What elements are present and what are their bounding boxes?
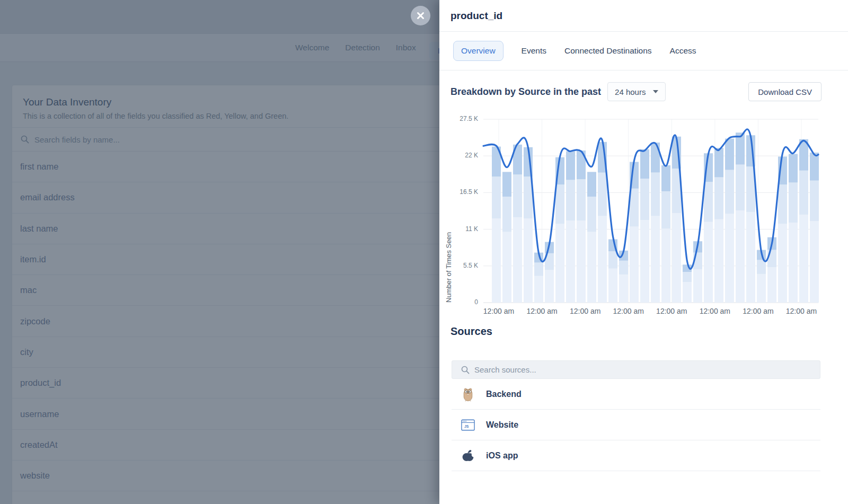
source-label: Website <box>486 420 518 430</box>
x-tick-label: 12:00 am <box>694 307 736 315</box>
x-tick-label: 12:00 am <box>607 307 650 315</box>
sources-list: Backend JS Website <box>452 379 820 471</box>
sources-search-input[interactable] <box>474 365 633 374</box>
tab-overview[interactable]: Overview <box>453 41 504 61</box>
breakdown-chart: Number of Times Seen 05.5 K11 K16.5 K22 … <box>439 110 848 322</box>
source-label: iOS app <box>486 451 518 461</box>
breakdown-title: Breakdown by Source in the past <box>450 86 601 98</box>
panel-header: product_id <box>439 0 848 32</box>
y-tick-label: 5.5 K <box>463 262 478 269</box>
sources-heading: Sources <box>450 325 492 338</box>
x-tick-label: 12:00 am <box>737 307 779 315</box>
tab-access[interactable]: Access <box>670 46 696 56</box>
breakdown-header: Breakdown by Source in the past 24 hours… <box>450 81 822 103</box>
svg-text:JS: JS <box>464 425 469 428</box>
y-tick-label: 0 <box>474 298 478 306</box>
panel-tabs: Overview Events Connected Destinations A… <box>439 32 848 70</box>
source-row-ios-app[interactable]: iOS app <box>452 440 820 471</box>
chevron-down-icon <box>653 90 658 93</box>
x-tick-label: 12:00 am <box>650 307 693 315</box>
x-tick-label: 12:00 am <box>780 307 823 315</box>
panel-title: product_id <box>450 10 502 22</box>
apple-icon <box>461 448 475 464</box>
x-tick-label: 12:00 am <box>478 307 520 315</box>
close-icon <box>417 12 425 20</box>
y-tick-label: 22 K <box>465 152 478 159</box>
close-panel-button[interactable] <box>411 6 430 25</box>
field-detail-panel: product_id Overview Events Connected Des… <box>439 0 848 504</box>
time-range-select[interactable]: 24 hours <box>607 82 666 101</box>
x-axis-ticks: 12:00 am12:00 am12:00 am12:00 am12:00 am… <box>439 307 848 317</box>
tab-connected-destinations[interactable]: Connected Destinations <box>564 46 652 56</box>
y-tick-label: 16.5 K <box>460 188 478 196</box>
tab-events[interactable]: Events <box>522 46 546 56</box>
chart-plot-area <box>483 119 818 303</box>
source-row-website[interactable]: JS Website <box>452 410 820 440</box>
y-tick-label: 27.5 K <box>460 115 478 122</box>
source-label: Backend <box>486 390 522 399</box>
time-range-value: 24 hours <box>615 87 646 96</box>
x-tick-label: 12:00 am <box>521 307 563 315</box>
gopher-icon <box>461 386 475 402</box>
sources-search-bar <box>452 360 820 379</box>
x-tick-label: 12:00 am <box>564 307 606 315</box>
download-csv-button[interactable]: Download CSV <box>748 82 822 101</box>
search-icon <box>461 366 470 374</box>
browser-js-icon: JS <box>461 417 475 433</box>
y-axis-ticks: 05.5 K11 K16.5 K22 K27.5 K <box>439 110 478 322</box>
source-row-backend[interactable]: Backend <box>452 379 820 410</box>
y-tick-label: 11 K <box>465 225 478 233</box>
